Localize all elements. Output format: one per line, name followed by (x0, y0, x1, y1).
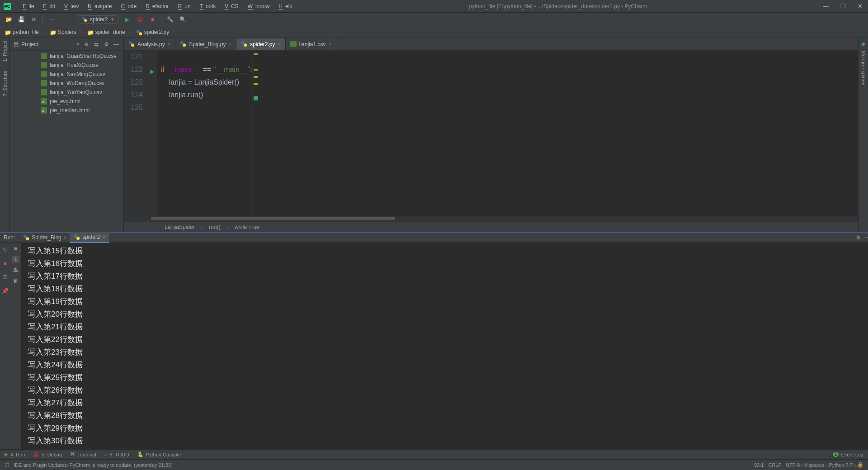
bottom-tool-terminal[interactable]: ⌘Terminal (70, 451, 96, 457)
menu-vcs[interactable]: VCS (219, 2, 241, 10)
console-line: 写入第26行数据 (28, 384, 868, 397)
run-tab[interactable]: Spider_Blog× (19, 232, 70, 243)
stop-icon[interactable]: ■ (148, 15, 156, 24)
main-menu: FileEditViewNavigateCodeRefactorRunTools… (17, 2, 295, 10)
code-crumb[interactable]: while True (235, 224, 264, 230)
minimize-button[interactable]: — (821, 3, 830, 9)
rerun-icon[interactable]: ↻ (1, 247, 9, 254)
menu-tools[interactable]: Tools (194, 2, 218, 10)
caret-position[interactable]: 92:1 (754, 462, 764, 468)
editor-horizontal-scrollbar[interactable] (124, 216, 858, 221)
event-log-button[interactable]: 1 Event Log (833, 452, 863, 457)
sync-icon[interactable]: ⟳ (30, 15, 38, 24)
close-tab-icon[interactable]: × (229, 42, 231, 47)
run-line-marker-icon[interactable]: ▶ (150, 65, 154, 78)
csv-file-icon (41, 62, 47, 68)
breadcrumb-item[interactable]: 📁Spiders (50, 29, 76, 35)
project-file[interactable]: lianjia_YunYanQu.csv (10, 88, 123, 97)
csv-file-icon (41, 71, 47, 77)
run-icon[interactable]: ▶ (123, 15, 131, 24)
scroll-icon[interactable]: ⤓ (12, 256, 19, 263)
project-file[interactable]: lianjia_NanMingQu.csv (10, 70, 123, 79)
save-icon[interactable]: 💾 (17, 15, 25, 24)
project-panel-title[interactable]: Project (21, 41, 73, 47)
debug-icon[interactable]: 🐞 (136, 15, 144, 24)
chevron-down-icon[interactable]: ▼ (76, 42, 80, 47)
breadcrumb-item[interactable]: 📁python_file (5, 29, 39, 35)
code-editor[interactable]: if __name__ == "__main__": lanjia = Lanj… (157, 51, 252, 216)
csv-file-icon (290, 41, 297, 48)
folder-icon: 📁 (87, 29, 94, 35)
lock-icon[interactable]: 🔒 (857, 462, 863, 468)
indent[interactable]: 4 spaces (804, 462, 824, 468)
nav-back-icon[interactable]: ← (47, 15, 56, 24)
collapse-icon[interactable]: ⇆ (93, 41, 100, 47)
code-crumb[interactable]: run() (209, 224, 228, 230)
project-file[interactable]: lianjia_WuDangQu.csv (10, 79, 123, 88)
menu-file[interactable]: File (17, 2, 37, 10)
gear-icon[interactable]: ⚙ (103, 41, 110, 47)
menu-code[interactable]: Code (115, 2, 139, 10)
trash-icon[interactable]: 🗑 (12, 277, 19, 285)
run-gear-icon[interactable]: ⚙ (856, 234, 861, 241)
run-tab[interactable]: spider2× (70, 232, 109, 243)
bottom-tool-debug[interactable]: 🐞5: Debug (33, 451, 62, 457)
main-toolbar: 📂 💾 ⟳ ← → spider2 ▼ ▶ 🐞 ■ 🔧 🔍 (0, 13, 868, 26)
bottom-tool-todo[interactable]: ≡6: TODO (104, 451, 129, 457)
tool-structure-tab[interactable]: 7: Structure (2, 71, 8, 96)
terminal-icon: ⌘ (70, 451, 75, 457)
maximize-button[interactable]: ❐ (839, 3, 848, 9)
editor-tab[interactable]: lianjia1.csv× (286, 38, 336, 50)
pin-icon[interactable]: 📌 (1, 287, 9, 294)
menu-help[interactable]: Help (273, 2, 295, 10)
close-tab-icon[interactable]: × (168, 42, 170, 47)
stop-process-icon[interactable]: ■ (1, 260, 9, 267)
tool-mongo-tab[interactable]: Mongo Explorer (861, 51, 866, 86)
close-tab-icon[interactable]: × (328, 42, 331, 47)
csv-file-icon (41, 53, 47, 59)
run-console[interactable]: 写入第15行数据写入第16行数据写入第17行数据写入第18行数据写入第19行数据… (22, 243, 868, 449)
project-file[interactable]: lianjia_GuanShanHuQu.csv (10, 52, 123, 61)
run-hide-icon[interactable]: — (865, 234, 868, 241)
scrollbar-minimap[interactable] (252, 51, 259, 216)
code-crumb[interactable]: LanjiaSpider (165, 224, 203, 230)
project-file[interactable]: Hpie_avg.html (10, 97, 123, 106)
toggle-tools-icon[interactable]: ◫ (5, 462, 9, 468)
menu-window[interactable]: Window (242, 2, 273, 10)
menu-view[interactable]: View (59, 2, 81, 10)
print-icon[interactable]: 🖶 (12, 266, 19, 274)
interpreter[interactable]: Python 3.7 (829, 462, 853, 468)
menu-navigate[interactable]: Navigate (82, 2, 114, 10)
menu-run[interactable]: Run (173, 2, 193, 10)
project-file[interactable]: lianjia_HuaXiQu.csv (10, 61, 123, 70)
close-tab-icon[interactable]: × (278, 42, 280, 47)
run-configuration-selector[interactable]: spider2 ▼ (78, 15, 118, 24)
hide-icon[interactable]: — (113, 41, 120, 47)
locate-icon[interactable]: ⊕ (83, 41, 90, 47)
editor-tab[interactable]: spider2.py× (236, 38, 286, 50)
up-icon[interactable]: ≡ (12, 245, 19, 252)
menu-refactor[interactable]: Refactor (140, 2, 171, 10)
python-file-icon (128, 41, 135, 48)
wrench-icon[interactable]: 🔧 (166, 15, 174, 24)
close-button[interactable]: ✕ (856, 3, 864, 9)
breadcrumb-item[interactable]: 📁spider_done (87, 29, 125, 35)
search-icon[interactable]: 🔍 (179, 15, 187, 24)
editor-tab[interactable]: Spider_Blog.py× (175, 38, 236, 50)
editor-tab[interactable]: Analysis.py× (124, 38, 175, 50)
line-separator[interactable]: CRLF (768, 462, 781, 468)
tool-project-tab[interactable]: 1: Project (2, 41, 8, 62)
encoding[interactable]: UTF-8 (786, 462, 800, 468)
debug-icon: 🐞 (33, 451, 39, 457)
layout-icon[interactable]: ☰ (1, 274, 9, 281)
breadcrumb-item[interactable]: spider2.py (136, 29, 169, 35)
nav-forward-icon[interactable]: → (60, 15, 68, 24)
line-gutter: 121122123124125 (124, 51, 149, 216)
svg-point-21 (26, 237, 29, 240)
bottom-tool-python[interactable]: 🐍Python Console (137, 451, 181, 457)
bottom-tool-run[interactable]: ▶4: Run (5, 451, 25, 457)
console-line: 写入第17行数据 (28, 270, 868, 283)
project-file[interactable]: Hpie_median.html (10, 106, 123, 115)
menu-edit[interactable]: Edit (38, 2, 58, 10)
open-icon[interactable]: 📂 (5, 15, 13, 24)
